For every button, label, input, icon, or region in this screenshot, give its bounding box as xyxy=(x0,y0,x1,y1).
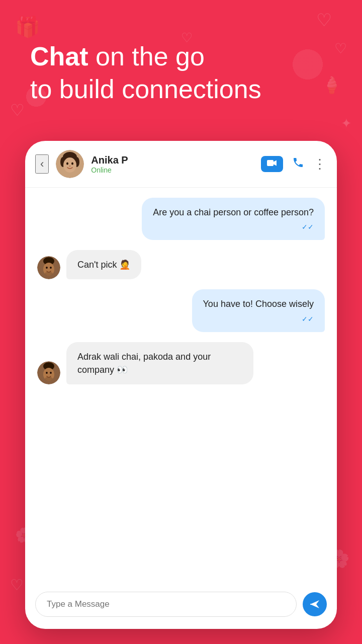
message-ticks-1: ✓✓ xyxy=(153,222,314,232)
svg-point-18 xyxy=(46,372,48,374)
tick-icon-3: ✓✓ xyxy=(302,314,314,324)
message-input[interactable] xyxy=(35,592,297,617)
svg-point-5 xyxy=(66,163,68,165)
tick-icon-1: ✓✓ xyxy=(302,222,314,232)
video-icon xyxy=(267,159,277,169)
contact-name: Anika P xyxy=(91,154,254,166)
video-call-button[interactable] xyxy=(261,156,283,172)
header-text: Chat on the go to build connections xyxy=(30,40,332,106)
doodle-icon: ♡ xyxy=(10,101,25,120)
more-options-icon[interactable]: ⋮ xyxy=(313,156,327,172)
svg-point-13 xyxy=(50,267,52,269)
headline-rest: on the go xyxy=(88,42,205,71)
chat-card: ‹ Anika P Online xyxy=(25,141,337,629)
message-ticks-3: ✓✓ xyxy=(203,314,314,324)
message-received-4: Adrak wali chai, pakoda and your company… xyxy=(37,342,325,384)
messages-area[interactable]: Are you a chai person or coffee person? … xyxy=(25,188,337,584)
message-text-3: You have to! Choose wisely xyxy=(203,299,314,309)
sender-avatar-2 xyxy=(37,256,60,279)
message-text-1: Are you a chai person or coffee person? xyxy=(153,207,314,217)
svg-point-19 xyxy=(50,372,52,374)
message-sent-1: Are you a chai person or coffee person? … xyxy=(37,198,325,240)
svg-point-6 xyxy=(71,163,73,165)
bubble-sent-1: Are you a chai person or coffee person? … xyxy=(142,198,325,240)
contact-status: Online xyxy=(91,166,254,174)
doodle-icon: 🎁 xyxy=(15,15,40,39)
header-actions: ⋮ xyxy=(261,156,327,172)
doodle-icon: ♡ xyxy=(316,10,332,30)
phone-icon[interactable] xyxy=(292,156,304,172)
message-text-4: Adrak wali chai, pakoda and your company… xyxy=(77,352,211,375)
send-icon xyxy=(309,599,320,609)
sender-avatar-4 xyxy=(37,361,60,384)
bubble-received-2: Can't pick 🤦 xyxy=(66,250,141,279)
message-received-2: Can't pick 🤦 xyxy=(37,250,325,279)
message-text-2: Can't pick 🤦 xyxy=(77,260,130,270)
svg-point-12 xyxy=(46,267,48,269)
doodle-icon: ♡ xyxy=(10,576,24,594)
headline-line2: to build connections xyxy=(30,74,261,104)
svg-point-20 xyxy=(45,377,53,381)
doodle-icon: ♡ xyxy=(334,40,347,57)
doodle-icon: ✦ xyxy=(341,116,352,131)
chat-header: ‹ Anika P Online xyxy=(25,141,337,188)
headline-bold: Chat xyxy=(30,42,88,71)
contact-info: Anika P Online xyxy=(91,154,254,174)
bubble-sent-3: You have to! Choose wisely ✓✓ xyxy=(192,289,325,332)
avatar-image xyxy=(56,150,84,178)
svg-point-14 xyxy=(45,272,53,276)
svg-point-7 xyxy=(69,166,71,167)
svg-point-4 xyxy=(63,157,76,173)
input-area xyxy=(25,584,337,629)
bubble-received-4: Adrak wali chai, pakoda and your company… xyxy=(66,342,253,384)
headline: Chat on the go to build connections xyxy=(30,40,332,106)
send-button[interactable] xyxy=(303,592,327,616)
sender-avatar-image-4 xyxy=(37,361,60,384)
back-button[interactable]: ‹ xyxy=(35,154,49,174)
sender-avatar-image-2 xyxy=(37,256,60,279)
avatar xyxy=(56,150,84,178)
svg-rect-8 xyxy=(267,160,274,166)
message-sent-3: You have to! Choose wisely ✓✓ xyxy=(37,289,325,332)
